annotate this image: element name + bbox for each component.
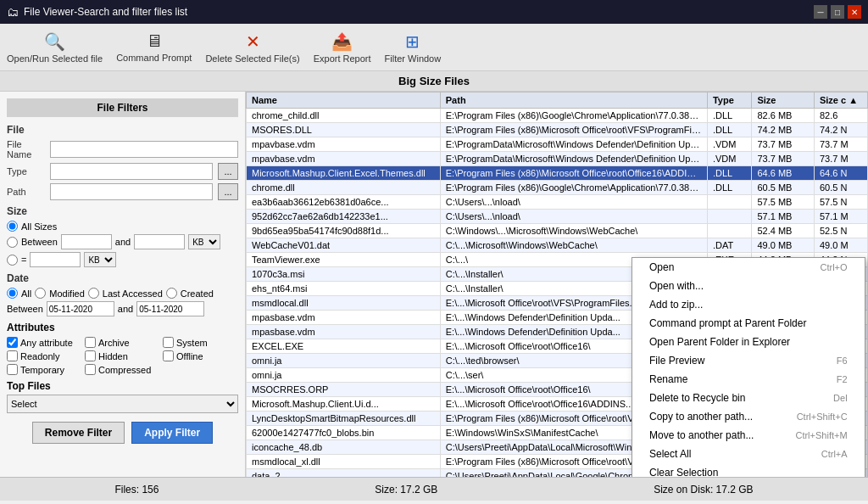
table-row[interactable]: 952d62cc7ae62a6db142233e1... C:\Users\..… — [247, 210, 868, 224]
attr-compressed-checkbox[interactable] — [85, 364, 96, 375]
table-row[interactable]: 9bd65ea95ba54174fc90d88f1d... C:\Windows… — [247, 224, 868, 238]
attr-hidden-label: Hidden — [98, 351, 128, 361]
path-row: Path ... — [7, 183, 238, 200]
date-options-row: All Modified Last Accessed Created — [7, 288, 238, 299]
path-browse-button[interactable]: ... — [218, 183, 238, 200]
date-to-input[interactable] — [136, 301, 204, 316]
attr-readonly-checkbox[interactable] — [7, 350, 18, 361]
between-size-radio[interactable] — [7, 237, 18, 248]
col-sizec[interactable]: Size c ▲ — [814, 92, 867, 109]
cell-type — [707, 195, 752, 210]
app-title: File Viewer-Search and filter files list — [24, 6, 187, 18]
cell-path: E:\Program Files (x86)\Microsoft Office\… — [440, 123, 707, 137]
open-run-button[interactable]: 🔍 Open/Run Selected file — [7, 31, 103, 64]
close-button[interactable]: ✕ — [848, 5, 861, 19]
size-eq-input[interactable] — [30, 252, 81, 267]
attr-archive-checkbox[interactable] — [85, 337, 96, 348]
file-table-container[interactable]: Name Path Type Size Size c ▲ chrome_chil… — [246, 92, 868, 477]
size-eq-unit-select[interactable]: KBMBGB — [84, 252, 116, 267]
attr-any-checkbox[interactable] — [7, 337, 18, 348]
size-unit-select[interactable]: KBMBGB — [188, 234, 220, 249]
cell-sizec: 60.5 N — [814, 181, 867, 195]
date-modified-radio[interactable] — [35, 288, 46, 299]
main-layout: File Filters File File Name Type ... Pat… — [0, 92, 868, 477]
cmd-prompt-button[interactable]: 🖥 Command Prompt — [116, 31, 192, 63]
window-controls[interactable]: ─ □ ✕ — [814, 5, 861, 19]
table-row[interactable]: WebCacheV01.dat C:\...\Microsoft\Windows… — [247, 238, 868, 253]
table-row[interactable]: mpavbase.vdm E:\ProgramData\Microsoft\Wi… — [247, 137, 868, 152]
context-menu-item-add-to-zip[interactable]: Add to zip... — [632, 295, 865, 314]
attr-temporary-checkbox[interactable] — [7, 364, 18, 375]
files-count: Files: 156 — [114, 484, 159, 496]
context-menu-item-open[interactable]: OpenCtrl+O — [632, 258, 865, 277]
menu-item-label: Open with... — [649, 280, 704, 292]
table-row[interactable]: mpavbase.vdm E:\ProgramData\Microsoft\Wi… — [247, 152, 868, 166]
cell-name: omni.ja — [247, 368, 441, 383]
maximize-button[interactable]: □ — [831, 5, 844, 19]
minimize-button[interactable]: ─ — [814, 5, 827, 19]
col-path[interactable]: Path — [440, 92, 707, 109]
cell-type: .DAT — [707, 238, 752, 253]
cell-path: E:\Program Files (x86)\Google\Chrome\App… — [440, 181, 707, 195]
context-menu-item-command-prompt-at-parent-folder[interactable]: Command prompt at Parent Folder — [632, 314, 865, 333]
context-menu-item-clear-selection[interactable]: Clear Selection — [632, 463, 865, 477]
right-panel: Name Path Type Size Size c ▲ chrome_chil… — [246, 92, 868, 477]
context-menu-item-rename[interactable]: RenameF2 — [632, 370, 865, 389]
context-menu-item-move-to-another-path[interactable]: Move to another path...Ctrl+Shift+M — [632, 426, 865, 445]
date-from-input[interactable] — [47, 301, 114, 316]
menu-item-label: Copy to another path... — [649, 411, 753, 423]
filter-panel-title: File Filters — [7, 98, 238, 117]
action-buttons: Remove Filter Apply Filter — [7, 422, 238, 444]
date-section-label: Date — [7, 272, 238, 284]
table-row[interactable]: MSORES.DLL E:\Program Files (x86)\Micros… — [247, 123, 868, 137]
remove-filter-button[interactable]: Remove Filter — [32, 422, 125, 444]
cell-name: MSOCRRES.ORP — [247, 383, 441, 397]
table-row[interactable]: ea3b6aab36612eb6381d0a6ce... C:\Users\..… — [247, 195, 868, 210]
top-files-select[interactable]: Select — [7, 395, 238, 413]
type-input[interactable] — [50, 163, 213, 180]
export-button[interactable]: 📤 Export Report — [314, 31, 371, 64]
size-on-disk: Size on Disk: 17.2 GB — [654, 484, 753, 496]
attributes-grid: Any attribute Archive System Readonly Hi… — [7, 337, 238, 375]
menu-item-shortcut: Ctrl+Shift+M — [795, 430, 847, 440]
apply-filter-button[interactable]: Apply Filter — [131, 422, 213, 444]
table-row[interactable]: chrome_child.dll E:\Program Files (x86)\… — [247, 109, 868, 123]
delete-button[interactable]: ✕ Delete Selected File(s) — [205, 31, 299, 64]
col-size[interactable]: Size — [752, 92, 815, 109]
date-created-radio[interactable] — [166, 288, 177, 299]
path-input[interactable] — [50, 183, 213, 200]
cell-name: TeamViewer.exe — [247, 253, 441, 267]
date-all-label: All — [21, 288, 31, 299]
attr-offline-checkbox[interactable] — [163, 350, 174, 361]
table-row[interactable]: Microsoft.Mashup.Client.Excel.Themes.dll… — [247, 166, 868, 181]
filename-input[interactable] — [50, 141, 238, 158]
context-menu-item-copy-to-another-path[interactable]: Copy to another path...Ctrl+Shift+C — [632, 407, 865, 426]
context-menu-item-select-all[interactable]: Select AllCtrl+A — [632, 445, 865, 463]
date-all-radio[interactable] — [7, 288, 18, 299]
filter-icon: ⊞ — [405, 31, 420, 52]
size-to-input[interactable] — [134, 234, 185, 249]
context-menu-item-delete-to-recycle-bin[interactable]: Delete to Recycle binDel — [632, 389, 865, 407]
filter-button[interactable]: ⊞ Filter Window — [385, 31, 442, 64]
menu-item-label: Delete to Recycle bin — [649, 392, 745, 404]
type-browse-button[interactable]: ... — [218, 163, 238, 180]
col-type[interactable]: Type — [707, 92, 752, 109]
attr-system-checkbox[interactable] — [163, 337, 174, 348]
context-menu-item-open-parent-folder-in-explorer[interactable]: Open Parent Folder in Explorer — [632, 333, 865, 351]
size-from-input[interactable] — [61, 234, 112, 249]
eq-size-radio[interactable] — [7, 255, 18, 266]
context-menu-item-open-with[interactable]: Open with... — [632, 277, 865, 295]
all-sizes-radio[interactable] — [7, 221, 18, 232]
attr-any-label: Any attribute — [20, 338, 73, 348]
attr-hidden-checkbox[interactable] — [85, 350, 96, 361]
cell-sizec: 57.5 N — [814, 195, 867, 210]
cell-path: E:\ProgramData\Microsoft\Windows Defende… — [440, 137, 707, 152]
date-accessed-radio[interactable] — [88, 288, 99, 299]
cell-name: 1070c3a.msi — [247, 267, 441, 282]
cell-name: iconcache_48.db — [247, 440, 441, 455]
table-row[interactable]: chrome.dll E:\Program Files (x86)\Google… — [247, 181, 868, 195]
context-menu-item-file-preview[interactable]: File PreviewF6 — [632, 351, 865, 370]
attr-compressed-label: Compressed — [98, 365, 151, 375]
col-name[interactable]: Name — [247, 92, 441, 109]
delete-icon: ✕ — [246, 31, 260, 52]
